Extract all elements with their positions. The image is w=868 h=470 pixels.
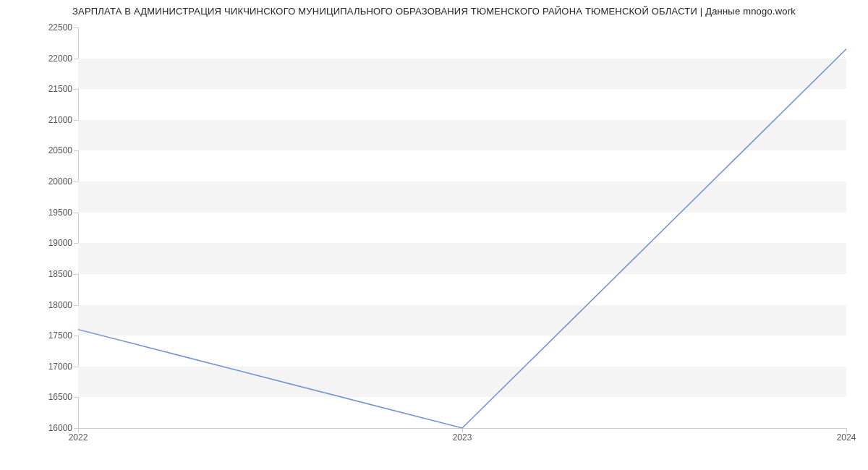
y-tick-mark (74, 27, 78, 28)
x-tick-mark (78, 428, 79, 432)
y-tick-mark (74, 120, 78, 121)
y-tick-mark (74, 213, 78, 213)
y-tick-label: 20500 (7, 145, 72, 155)
y-tick-mark (74, 59, 78, 59)
x-tick-mark (462, 428, 463, 432)
y-tick-label: 19500 (7, 208, 72, 218)
y-tick-label: 19000 (7, 238, 72, 248)
y-tick-mark (74, 243, 78, 244)
y-tick-mark (74, 336, 78, 336)
data-line (78, 49, 846, 428)
chart-container: ЗАРПЛАТА В АДМИНИСТРАЦИЯ ЧИКЧИНСКОГО МУН… (0, 0, 868, 470)
y-tick-label: 16500 (7, 392, 72, 402)
y-tick-mark (74, 150, 78, 151)
y-tick-mark (74, 305, 78, 306)
y-tick-label: 22500 (7, 22, 72, 33)
x-tick-label: 2024 (837, 432, 856, 443)
x-tick-label: 2023 (453, 432, 472, 443)
y-tick-label: 18500 (7, 269, 72, 279)
y-tick-mark (74, 367, 78, 367)
x-tick-mark (846, 428, 847, 432)
y-tick-label: 21500 (7, 84, 72, 94)
y-tick-label: 22000 (7, 54, 72, 64)
y-tick-mark (74, 397, 78, 398)
y-tick-mark (74, 89, 78, 90)
y-tick-label: 16000 (7, 423, 72, 433)
chart-title: ЗАРПЛАТА В АДМИНИСТРАЦИЯ ЧИКЧИНСКОГО МУН… (0, 6, 868, 17)
y-tick-label: 20000 (7, 176, 72, 187)
y-tick-label: 17000 (7, 362, 72, 372)
line-series (78, 27, 846, 428)
y-tick-label: 17500 (7, 330, 72, 341)
plot-area (78, 27, 846, 429)
y-tick-label: 21000 (7, 115, 72, 125)
y-tick-mark (74, 274, 78, 275)
y-tick-label: 18000 (7, 300, 72, 310)
y-tick-mark (74, 181, 78, 182)
x-tick-label: 2022 (69, 432, 88, 443)
